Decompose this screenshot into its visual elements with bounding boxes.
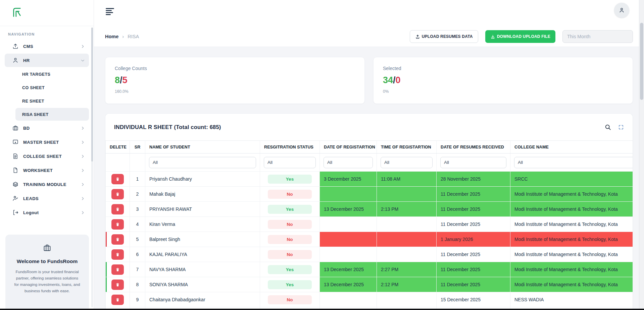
sidebar-item-label: LEADS	[23, 196, 39, 201]
delete-button[interactable]	[111, 219, 124, 230]
card-percent: 160.0%	[115, 89, 355, 94]
filter-input-college-name[interactable]	[514, 157, 633, 168]
user-check-icon	[12, 195, 19, 202]
card-value: 8/5	[115, 75, 355, 85]
page-scrollbar-thumb[interactable]	[640, 23, 643, 100]
document-icon	[12, 153, 19, 160]
sidebar-item-label: MASTER SHEET	[23, 140, 59, 145]
filter-input-time-of-registartion[interactable]	[381, 157, 433, 168]
registration-time-cell: 2:13 PM	[377, 202, 437, 217]
trash-icon	[115, 222, 120, 227]
welcome-description: FundsRoom is your trusted financial part…	[13, 269, 81, 294]
registration-time-cell	[377, 187, 437, 202]
breadcrumb: Home › RISA	[105, 34, 139, 39]
resumes-date-cell: 11 December 2025	[437, 262, 510, 277]
delete-cell	[106, 172, 130, 187]
delete-cell	[106, 247, 130, 262]
delete-button[interactable]	[111, 264, 124, 275]
column-header-college-name: COLLEGE NAME	[510, 141, 633, 153]
delete-button[interactable]	[111, 204, 124, 214]
chevron-right-icon	[81, 154, 85, 159]
search-icon[interactable]	[604, 124, 611, 131]
resumes-date-cell: 11 December 2025	[437, 247, 510, 262]
student-name-cell: SONIYA SHARMA	[145, 277, 260, 292]
briefcase-icon	[43, 243, 52, 252]
chevron-right-icon	[81, 168, 85, 173]
sr-cell: 2	[130, 187, 145, 202]
download-upload-file-button[interactable]: DOWNLOAD UPLOAD FILE	[485, 30, 555, 43]
sidebar-item-training-module[interactable]: TRAINING MODULE	[5, 178, 89, 191]
status-cell: No	[260, 292, 320, 307]
filter-input-date-of-resumes-received[interactable]	[440, 157, 506, 168]
column-header-time-of-registartion: TIME OF REGISTARTION	[377, 141, 437, 153]
sidebar-item-cms[interactable]: CMS	[5, 40, 89, 53]
delete-button[interactable]	[111, 280, 124, 290]
breadcrumb-home[interactable]: Home	[105, 34, 118, 39]
status-badge: Yes	[268, 280, 312, 289]
sidebar-item-hr-targets[interactable]: HR TARGETS	[15, 68, 89, 80]
registration-time-cell: 11:08 AM	[377, 172, 437, 187]
sidebar-item-worksheet[interactable]: WORKSHEET	[5, 164, 89, 177]
status-cell: No	[260, 187, 320, 202]
delete-button[interactable]	[111, 234, 124, 245]
monitor-icon	[12, 139, 19, 145]
sidebar-item-college-sheet[interactable]: COLLEGE SHEET	[5, 149, 89, 163]
registration-date-cell	[320, 217, 377, 232]
student-name-cell: PRIYANSHI RAWAT	[145, 202, 260, 217]
trash-icon	[115, 267, 120, 272]
college-name-cell: Modi Institute of Management & Technolog…	[510, 232, 633, 247]
delete-button[interactable]	[111, 295, 124, 305]
delete-button[interactable]	[111, 189, 124, 199]
filter-input-name-of-student[interactable]	[149, 157, 256, 168]
sidebar-item-risa-sheet[interactable]: RISA SHEET	[15, 108, 89, 121]
sidebar-item-logout[interactable]: Logout	[5, 206, 89, 219]
upload-resumes-button[interactable]: UPLOAD RESUMES DATA	[410, 30, 478, 43]
month-filter-input[interactable]	[562, 30, 633, 43]
chevron-down-icon	[81, 58, 85, 63]
college-name-cell: Modi Institute of Management & Technolog…	[510, 247, 633, 262]
status-badge: Yes	[268, 205, 312, 214]
sidebar-item-co-sheet[interactable]: CO SHEET	[15, 81, 89, 94]
upload-resumes-label: UPLOAD RESUMES DATA	[422, 34, 473, 39]
resumes-date-cell: 28 November 2025	[437, 172, 510, 187]
trash-icon	[115, 252, 120, 257]
sidebar-item-master-sheet[interactable]: MASTER SHEET	[5, 135, 89, 149]
page-scrollbar[interactable]	[639, 0, 644, 310]
chevron-right-icon	[81, 44, 85, 49]
column-header-name-of-student: NAME OF STUDENT	[145, 141, 260, 153]
registration-time-cell: 2:12 PM	[377, 277, 437, 292]
sidebar-item-label: RISA SHEET	[22, 112, 49, 117]
sidebar-item-label: BD	[23, 126, 30, 131]
delete-cell	[106, 217, 130, 232]
table-row: 6KAJAL PARALIYANo11 December 2025Modi In…	[106, 247, 633, 262]
registration-date-cell	[320, 187, 377, 202]
panel-title: INDIVIDUAL R SHEET (Total count: 685)	[114, 124, 221, 130]
sidebar-item-re-sheet[interactable]: RE SHEET	[15, 95, 89, 107]
college-name-cell: NESS WADIA	[510, 292, 633, 307]
nav-section-label: NAVIGATION	[8, 32, 86, 36]
layers-icon	[12, 181, 19, 188]
delete-cell	[106, 232, 130, 247]
registration-date-cell: 3 December 2025	[320, 172, 377, 187]
user-icon	[618, 7, 625, 13]
fullscreen-icon[interactable]	[618, 124, 624, 130]
sr-cell: 3	[130, 202, 145, 217]
filter-input-resgitration-status[interactable]	[264, 157, 316, 168]
sidebar-item-bd[interactable]: BD	[5, 121, 89, 135]
card-value-primary: 8	[115, 75, 120, 85]
sidebar-item-label: HR TARGETS	[22, 72, 50, 77]
column-header-sr: SR	[130, 141, 145, 153]
registration-time-cell	[377, 247, 437, 262]
menu-toggle-button[interactable]	[105, 7, 115, 16]
filter-input-date-of-registartion[interactable]	[324, 157, 373, 168]
sidebar-scrollbar-thumb[interactable]	[91, 27, 93, 162]
sidebar-scrollbar[interactable]	[91, 27, 93, 307]
sidebar-item-leads[interactable]: LEADS	[5, 192, 89, 205]
sidebar-item-hr[interactable]: HR	[5, 54, 89, 67]
delete-button[interactable]	[111, 174, 124, 184]
user-avatar-button[interactable]	[614, 3, 629, 18]
welcome-card: Welcome to FundsRoom FundsRoom is your t…	[5, 235, 89, 310]
delete-button[interactable]	[111, 249, 124, 260]
sidebar-item-label: WORKSHEET	[23, 168, 53, 173]
delete-cell	[106, 277, 130, 292]
